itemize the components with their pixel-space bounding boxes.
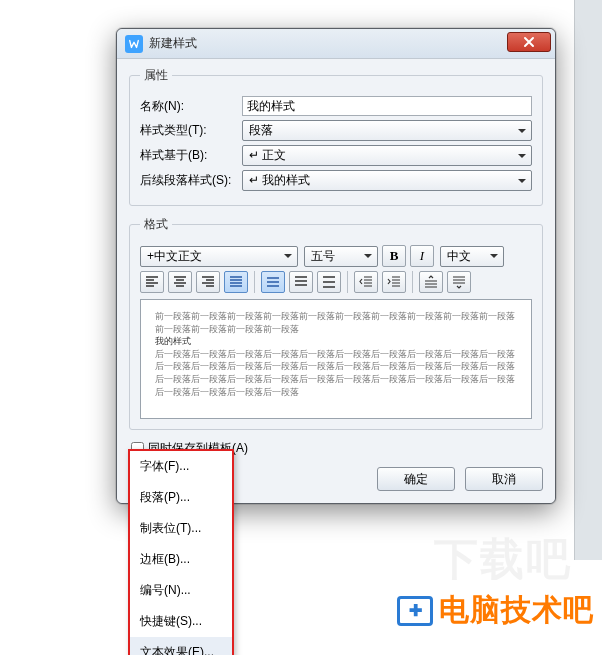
properties-group: 属性 名称(N): 样式类型(T): 段落 样式基于(B): ↵ 正文 后续段落… bbox=[129, 67, 543, 206]
ok-button[interactable]: 确定 bbox=[377, 467, 455, 491]
name-input[interactable] bbox=[242, 96, 532, 116]
toolbar-separator bbox=[254, 271, 255, 293]
indent-decrease-button[interactable] bbox=[354, 271, 378, 293]
font-size-combo[interactable]: 五号 bbox=[304, 246, 378, 267]
style-preview: 前一段落前一段落前一段落前一段落前一段落前一段落前一段落前一段落前一段落前一段落… bbox=[140, 299, 532, 419]
menu-item-text-effects[interactable]: 文本效果(E)... bbox=[130, 637, 232, 655]
bold-label: B bbox=[390, 248, 399, 264]
menu-item-font[interactable]: 字体(F)... bbox=[130, 451, 232, 482]
preview-current-text: 我的样式 bbox=[155, 335, 517, 348]
faint-watermark: 下载吧 bbox=[434, 530, 572, 589]
menu-item-border[interactable]: 边框(B)... bbox=[130, 544, 232, 575]
basedon-label: 样式基于(B): bbox=[140, 147, 236, 164]
new-style-dialog: 新建样式 属性 名称(N): 样式类型(T): 段落 样式基于(B): ↵ 正文 bbox=[116, 28, 556, 504]
titlebar[interactable]: 新建样式 bbox=[117, 29, 555, 59]
styletype-value: 段落 bbox=[249, 122, 273, 139]
properties-legend: 属性 bbox=[140, 67, 172, 84]
italic-label: I bbox=[420, 248, 424, 264]
font-size-value: 五号 bbox=[311, 248, 335, 265]
space-before-decrease-button[interactable] bbox=[419, 271, 443, 293]
font-name-value: +中文正文 bbox=[147, 248, 202, 265]
background-scrollbar-area bbox=[574, 0, 602, 560]
linespacing-1-button[interactable] bbox=[261, 271, 285, 293]
site-logo-icon bbox=[397, 596, 433, 626]
paragraph-toolbar bbox=[140, 271, 532, 293]
following-value: ↵ 我的样式 bbox=[249, 172, 310, 189]
site-watermark: 电脑技术吧 bbox=[397, 590, 594, 631]
lang-combo[interactable]: 中文 bbox=[440, 246, 504, 267]
bold-button[interactable]: B bbox=[382, 245, 406, 267]
align-justify-button[interactable] bbox=[224, 271, 248, 293]
align-center-button[interactable] bbox=[168, 271, 192, 293]
linespacing-1-5-button[interactable] bbox=[289, 271, 313, 293]
following-combo[interactable]: ↵ 我的样式 bbox=[242, 170, 532, 191]
name-label: 名称(N): bbox=[140, 98, 236, 115]
menu-item-paragraph[interactable]: 段落(P)... bbox=[130, 482, 232, 513]
linespacing-2-button[interactable] bbox=[317, 271, 341, 293]
lang-value: 中文 bbox=[447, 248, 471, 265]
site-watermark-text: 电脑技术吧 bbox=[439, 590, 594, 631]
menu-item-numbering[interactable]: 编号(N)... bbox=[130, 575, 232, 606]
font-toolbar: +中文正文 五号 B I 中文 bbox=[140, 245, 532, 267]
styletype-label: 样式类型(T): bbox=[140, 122, 236, 139]
indent-increase-button[interactable] bbox=[382, 271, 406, 293]
dialog-body: 属性 名称(N): 样式类型(T): 段落 样式基于(B): ↵ 正文 后续段落… bbox=[117, 59, 555, 503]
align-left-button[interactable] bbox=[140, 271, 164, 293]
toolbar-separator bbox=[347, 271, 348, 293]
basedon-value: ↵ 正文 bbox=[249, 147, 286, 164]
preview-prev-text: 前一段落前一段落前一段落前一段落前一段落前一段落前一段落前一段落前一段落前一段落… bbox=[155, 310, 517, 335]
format-legend: 格式 bbox=[140, 216, 172, 233]
toolbar-separator bbox=[412, 271, 413, 293]
preview-next-text: 后一段落后一段落后一段落后一段落后一段落后一段落后一段落后一段落后一段落后一段落… bbox=[155, 348, 517, 398]
app-icon bbox=[125, 35, 143, 53]
dialog-title: 新建样式 bbox=[149, 35, 197, 52]
menu-item-tabs[interactable]: 制表位(T)... bbox=[130, 513, 232, 544]
italic-button[interactable]: I bbox=[410, 245, 434, 267]
format-group: 格式 +中文正文 五号 B I 中文 bbox=[129, 216, 543, 430]
format-dropdown-menu: 字体(F)... 段落(P)... 制表位(T)... 边框(B)... 编号(… bbox=[128, 449, 234, 655]
close-button[interactable] bbox=[507, 32, 551, 52]
cancel-button[interactable]: 取消 bbox=[465, 467, 543, 491]
space-before-increase-button[interactable] bbox=[447, 271, 471, 293]
basedon-combo[interactable]: ↵ 正文 bbox=[242, 145, 532, 166]
styletype-combo[interactable]: 段落 bbox=[242, 120, 532, 141]
menu-item-shortcut[interactable]: 快捷键(S)... bbox=[130, 606, 232, 637]
font-name-combo[interactable]: +中文正文 bbox=[140, 246, 298, 267]
align-right-button[interactable] bbox=[196, 271, 220, 293]
following-label: 后续段落样式(S): bbox=[140, 172, 236, 189]
